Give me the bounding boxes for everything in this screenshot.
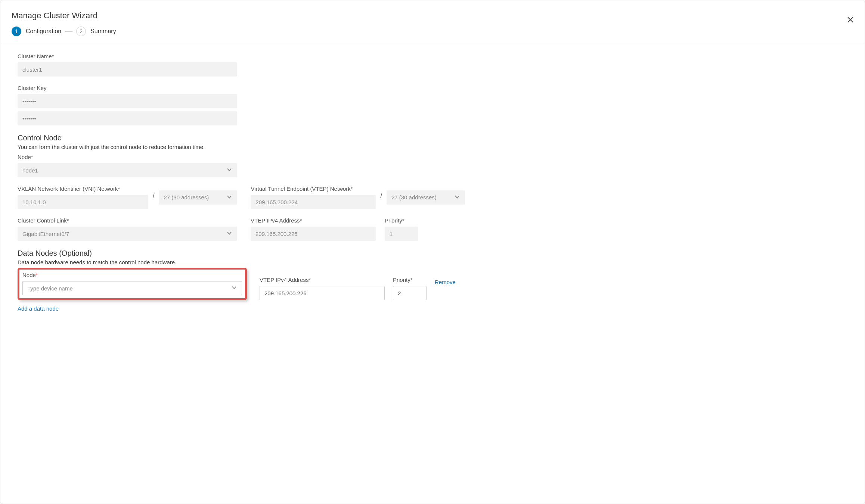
data-vtep-input[interactable]	[260, 286, 385, 300]
step-number-1: 1	[12, 27, 21, 36]
vni-mask-wrapper	[159, 190, 237, 205]
vni-input[interactable]	[18, 195, 148, 209]
network-row: VXLAN Network Identifier (VNI) Network* …	[18, 186, 847, 209]
vtep-ip-input[interactable]	[251, 227, 376, 241]
vni-mask-col	[159, 190, 237, 205]
vni-label: VXLAN Network Identifier (VNI) Network*	[18, 186, 148, 192]
vtep-net-label: Virtual Tunnel Endpoint (VTEP) Network*	[251, 186, 376, 192]
priority-input[interactable]	[385, 227, 418, 241]
control-node-select-group: Node*	[18, 154, 237, 177]
control-node-heading: Control Node	[18, 134, 847, 142]
data-nodes-heading: Data Nodes (Optional)	[18, 249, 847, 258]
data-vtep-col: VTEP IPv4 Address*	[260, 277, 385, 300]
data-node-label-text: Node	[22, 272, 36, 278]
cluster-key-label: Cluster Key	[18, 85, 237, 91]
control-node-label: Node*	[18, 154, 237, 160]
vtep-mask-wrapper	[387, 190, 465, 205]
step-summary[interactable]: 2 Summary	[76, 27, 116, 36]
cluster-key-confirm-group	[18, 111, 237, 125]
wizard-header: Manage Cluster Wizard 1 Configuration 2 …	[0, 0, 865, 43]
vtep-net-col: Virtual Tunnel Endpoint (VTEP) Network*	[251, 186, 376, 209]
vtep-ip-label: VTEP IPv4 Address*	[251, 217, 376, 224]
cluster-name-group: Cluster Name*	[18, 53, 237, 77]
data-priority-input[interactable]	[393, 286, 427, 300]
priority-label: Priority*	[385, 217, 418, 224]
close-icon	[847, 16, 854, 24]
step-configuration[interactable]: 1 Configuration	[12, 27, 61, 36]
subnet-slash: /	[153, 193, 154, 202]
data-priority-col: Priority*	[393, 277, 427, 300]
data-nodes-desc: Data node hardware needs to match the co…	[18, 259, 847, 265]
remove-link[interactable]: Remove	[435, 279, 456, 289]
vtep-ip-col: VTEP IPv4 Address*	[251, 217, 376, 241]
step-connector	[65, 31, 72, 32]
cluster-name-input[interactable]	[18, 62, 237, 77]
ccl-col: Cluster Control Link*	[18, 217, 237, 241]
subnet-slash: /	[380, 193, 382, 202]
ccl-label: Cluster Control Link*	[18, 217, 237, 224]
vtep-mask-col	[387, 190, 465, 205]
data-node-select-wrapper	[22, 281, 242, 295]
wizard-body: Cluster Name* Cluster Key Control Node Y…	[0, 43, 865, 323]
cluster-key-input-1[interactable]	[18, 94, 237, 108]
vtep-net-input[interactable]	[251, 195, 376, 209]
data-priority-label: Priority*	[393, 277, 427, 283]
wizard-container: Manage Cluster Wizard 1 Configuration 2 …	[0, 0, 865, 504]
vni-subnet-group: VXLAN Network Identifier (VNI) Network* …	[18, 186, 237, 209]
wizard-title: Manage Cluster Wizard	[12, 11, 853, 21]
step-number-2: 2	[76, 27, 86, 36]
ccl-row: Cluster Control Link* VTEP IPv4 Address*…	[18, 217, 847, 241]
data-node-select[interactable]	[22, 281, 242, 295]
cluster-key-group: Cluster Key	[18, 85, 237, 108]
vni-mask-select[interactable]	[159, 190, 237, 205]
close-button[interactable]	[847, 15, 854, 25]
step-label-summary: Summary	[90, 28, 116, 35]
control-node-select-wrapper	[18, 163, 237, 177]
vtep-subnet-group: Virtual Tunnel Endpoint (VTEP) Network* …	[251, 186, 465, 209]
data-node-row: Node* VTEP IPv4 Address* Priority* Remov…	[18, 268, 847, 300]
add-data-node-link[interactable]: Add a data node	[18, 305, 59, 312]
step-label-configuration: Configuration	[26, 28, 61, 35]
data-node-label: Node*	[22, 272, 242, 278]
cluster-name-label: Cluster Name*	[18, 53, 237, 59]
ccl-select[interactable]	[18, 227, 237, 241]
data-vtep-label: VTEP IPv4 Address*	[260, 277, 385, 283]
vtep-mask-select[interactable]	[387, 190, 465, 205]
data-node-highlight: Node*	[18, 268, 247, 300]
control-node-select[interactable]	[18, 163, 237, 177]
required-star: *	[36, 272, 38, 278]
cluster-key-input-2[interactable]	[18, 111, 237, 125]
steps: 1 Configuration 2 Summary	[12, 27, 853, 36]
priority-col: Priority*	[385, 217, 418, 241]
vni-col: VXLAN Network Identifier (VNI) Network*	[18, 186, 148, 209]
control-node-desc: You can form the cluster with just the c…	[18, 144, 847, 150]
ccl-wrapper	[18, 227, 237, 241]
